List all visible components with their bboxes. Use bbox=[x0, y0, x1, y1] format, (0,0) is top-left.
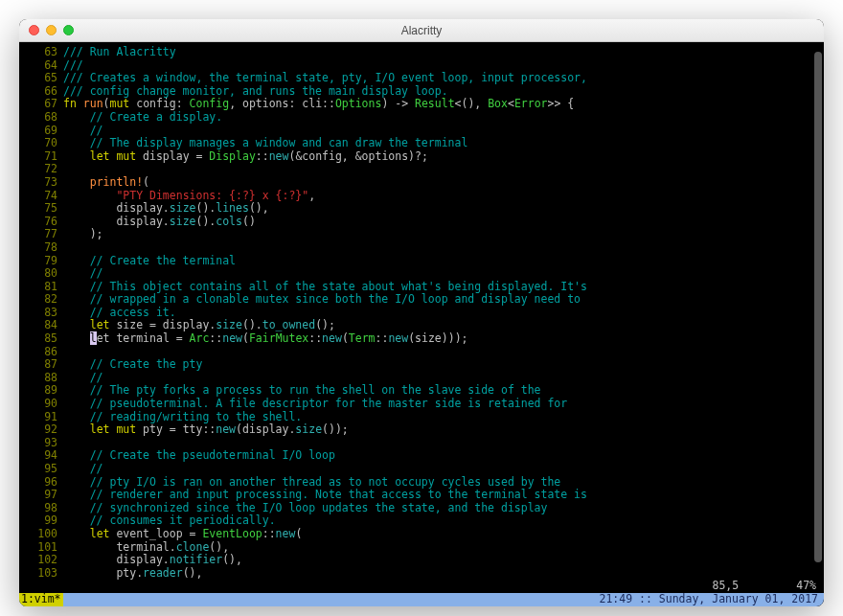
code-line[interactable]: "PTY Dimensions: {:?} x {:?}", bbox=[63, 190, 824, 203]
line-number: 71 bbox=[19, 150, 57, 164]
code-line[interactable] bbox=[63, 437, 824, 450]
line-number: 67 bbox=[19, 98, 57, 111]
code-line[interactable]: // Create the terminal bbox=[63, 255, 824, 268]
code-line[interactable]: display.size().lines(), bbox=[63, 202, 824, 216]
editor-area[interactable]: 6364656667686970717273747576777879808182… bbox=[19, 42, 824, 580]
line-number: 84 bbox=[19, 319, 57, 332]
code-line[interactable]: // wrapped in a clonable mutex since bot… bbox=[63, 293, 824, 307]
line-number: 91 bbox=[19, 411, 57, 424]
scrollbar-thumb[interactable] bbox=[814, 52, 822, 562]
terminal-content[interactable]: 6364656667686970717273747576777879808182… bbox=[19, 42, 824, 606]
line-number: 90 bbox=[19, 398, 57, 411]
tmux-window-label[interactable]: 1:vim* bbox=[19, 593, 63, 606]
code-line[interactable]: display.size().cols() bbox=[63, 216, 824, 229]
line-number: 102 bbox=[19, 554, 57, 567]
window-title: Alacritty bbox=[19, 24, 824, 37]
line-number: 74 bbox=[19, 190, 57, 203]
line-number: 94 bbox=[19, 449, 57, 463]
line-number: 79 bbox=[19, 255, 57, 268]
scrollbar-track[interactable] bbox=[814, 52, 822, 562]
code-line[interactable]: let mut pty = tty::new(display.size()); bbox=[63, 423, 824, 437]
line-number: 81 bbox=[19, 281, 57, 294]
line-number: 85 bbox=[19, 332, 57, 346]
code-line[interactable]: let terminal = Arc::new(FairMutex::new(T… bbox=[63, 332, 824, 346]
line-number-gutter: 6364656667686970717273747576777879808182… bbox=[19, 46, 63, 580]
line-number: 64 bbox=[19, 59, 57, 73]
line-number: 80 bbox=[19, 267, 57, 281]
line-number: 65 bbox=[19, 72, 57, 85]
line-number: 98 bbox=[19, 502, 57, 515]
line-number: 97 bbox=[19, 489, 57, 502]
line-number: 88 bbox=[19, 372, 57, 385]
tmux-statusline[interactable]: 1:vim* 21:49 :: Sunday, January 01, 2017 bbox=[19, 593, 824, 606]
line-number: 100 bbox=[19, 528, 57, 541]
scroll-percent: 47% bbox=[796, 580, 816, 593]
code-line[interactable]: // Create a display. bbox=[63, 111, 824, 125]
line-number: 103 bbox=[19, 567, 57, 581]
code-line[interactable]: let event_loop = EventLoop::new( bbox=[63, 528, 824, 541]
line-number: 83 bbox=[19, 307, 57, 320]
code-line[interactable]: // The pty forks a process to run the sh… bbox=[63, 384, 824, 398]
code-line[interactable]: // reading/writing to the shell. bbox=[63, 411, 824, 424]
code-line[interactable]: // renderer and input processing. Note t… bbox=[63, 489, 824, 502]
tmux-clock: 21:49 :: Sunday, January 01, 2017 bbox=[594, 593, 824, 606]
code-line[interactable] bbox=[63, 346, 824, 359]
code-line[interactable]: /// Run Alacritty bbox=[63, 46, 824, 59]
code-line[interactable]: // consumes it periodically. bbox=[63, 514, 824, 528]
titlebar[interactable]: Alacritty bbox=[19, 19, 824, 42]
code-line[interactable]: fn run(mut config: Config, options: cli:… bbox=[63, 98, 824, 111]
line-number: 93 bbox=[19, 437, 57, 450]
line-number: 70 bbox=[19, 137, 57, 150]
terminal-window: Alacritty 636465666768697071727374757677… bbox=[19, 19, 824, 606]
code-line[interactable]: // access it. bbox=[63, 307, 824, 320]
cursor-position: 85,5 bbox=[713, 580, 740, 593]
line-number: 95 bbox=[19, 463, 57, 476]
code-line[interactable]: // pty I/O is ran on another thread as t… bbox=[63, 476, 824, 490]
line-number: 66 bbox=[19, 85, 57, 99]
line-number: 69 bbox=[19, 125, 57, 138]
code-line[interactable]: // bbox=[63, 267, 824, 281]
line-number: 75 bbox=[19, 202, 57, 216]
line-number: 68 bbox=[19, 111, 57, 125]
line-number: 82 bbox=[19, 293, 57, 307]
line-number: 73 bbox=[19, 176, 57, 190]
code-line[interactable]: // bbox=[63, 372, 824, 385]
code-line[interactable]: let size = display.size().to_owned(); bbox=[63, 319, 824, 332]
code-line[interactable]: println!( bbox=[63, 176, 824, 190]
code-buffer[interactable]: /// Run Alacritty////// Creates a window… bbox=[63, 46, 824, 580]
code-line[interactable]: /// bbox=[63, 59, 824, 73]
code-line[interactable]: // Create the pty bbox=[63, 358, 824, 372]
code-line[interactable]: // bbox=[63, 463, 824, 476]
line-number: 99 bbox=[19, 514, 57, 528]
code-line[interactable]: terminal.clone(), bbox=[63, 541, 824, 555]
line-number: 72 bbox=[19, 163, 57, 176]
line-number: 77 bbox=[19, 228, 57, 241]
code-line[interactable]: let mut display = Display::new(&config, … bbox=[63, 150, 824, 164]
code-line[interactable]: // The display manages a window and can … bbox=[63, 137, 824, 150]
line-number: 96 bbox=[19, 476, 57, 490]
line-number: 92 bbox=[19, 423, 57, 437]
line-number: 101 bbox=[19, 541, 57, 555]
code-line[interactable]: /// Creates a window, the terminal state… bbox=[63, 72, 824, 85]
code-line[interactable]: /// config change monitor, and runs the … bbox=[63, 85, 824, 99]
line-number: 87 bbox=[19, 358, 57, 372]
code-line[interactable] bbox=[63, 241, 824, 255]
vim-ruler: 85,5 47% bbox=[19, 580, 824, 593]
line-number: 78 bbox=[19, 241, 57, 255]
code-line[interactable]: // synchronized since the I/O loop updat… bbox=[63, 502, 824, 515]
line-number: 86 bbox=[19, 346, 57, 359]
line-number: 76 bbox=[19, 216, 57, 229]
code-line[interactable]: ); bbox=[63, 228, 824, 241]
code-line[interactable]: // This object contains all of the state… bbox=[63, 281, 824, 294]
line-number: 89 bbox=[19, 384, 57, 398]
code-line[interactable]: // bbox=[63, 125, 824, 138]
code-line[interactable]: // Create the pseudoterminal I/O loop bbox=[63, 449, 824, 463]
code-line[interactable]: display.notifier(), bbox=[63, 554, 824, 567]
line-number: 63 bbox=[19, 46, 57, 59]
code-line[interactable] bbox=[63, 163, 824, 176]
code-line[interactable]: pty.reader(), bbox=[63, 567, 824, 581]
code-line[interactable]: // pseudoterminal. A file descriptor for… bbox=[63, 398, 824, 411]
